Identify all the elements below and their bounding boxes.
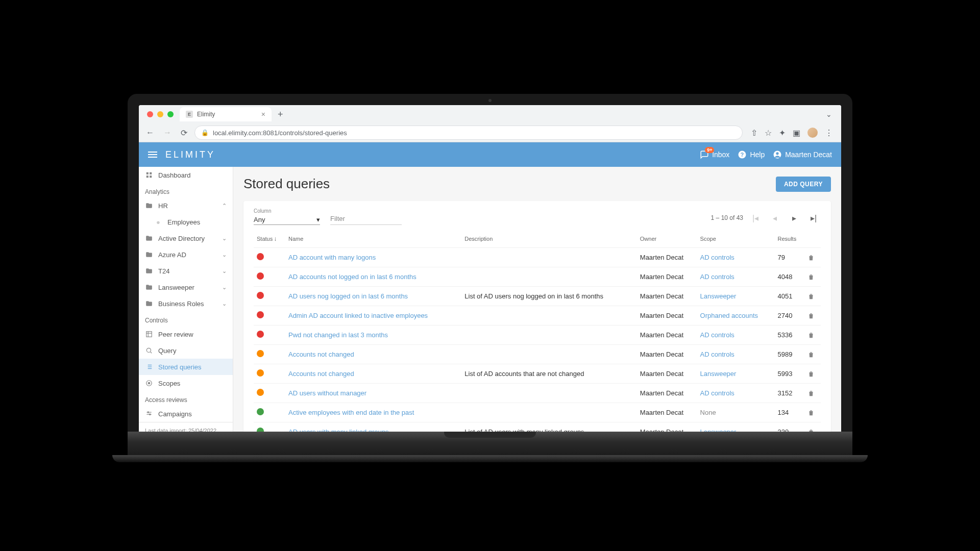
maximize-window-icon[interactable] bbox=[167, 111, 174, 117]
query-name-link[interactable]: AD users without manager bbox=[288, 389, 366, 397]
chevron-down-icon: ⌄ bbox=[222, 252, 227, 258]
delete-icon[interactable] bbox=[807, 332, 818, 339]
delete-icon[interactable] bbox=[807, 254, 818, 261]
chevron-down-icon: ⌄ bbox=[222, 300, 227, 307]
col-status[interactable]: Status↓ bbox=[254, 230, 285, 248]
last-page-button[interactable]: ▸| bbox=[806, 211, 821, 225]
table-row[interactable]: AD account with many logonsMaarten Decat… bbox=[254, 248, 821, 267]
scope-link[interactable]: Lansweeper bbox=[700, 428, 737, 432]
chevron-down-icon: ▾ bbox=[316, 216, 320, 223]
reload-button[interactable]: ⟳ bbox=[179, 128, 189, 138]
table-row[interactable]: AD users without managerMaarten DecatAD … bbox=[254, 384, 821, 403]
user-menu[interactable]: Maarten Decat bbox=[773, 150, 832, 159]
scope-link[interactable]: AD controls bbox=[700, 350, 734, 358]
first-page-button[interactable]: |◂ bbox=[748, 211, 763, 225]
col-name[interactable]: Name bbox=[285, 230, 461, 248]
sidebar-item-t24[interactable]: T24 ⌄ bbox=[139, 263, 233, 279]
sidebar-item-peer-review[interactable]: Peer review bbox=[139, 326, 233, 342]
col-owner[interactable]: Owner bbox=[637, 230, 697, 248]
browser-tab[interactable]: E Elimity × bbox=[180, 107, 272, 121]
delete-icon[interactable] bbox=[807, 370, 818, 378]
filter-input[interactable] bbox=[330, 213, 402, 225]
sidebar-item-scopes[interactable]: Scopes bbox=[139, 375, 233, 391]
query-owner: Maarten Decat bbox=[637, 306, 697, 325]
sidebar-item-dashboard[interactable]: Dashboard bbox=[139, 167, 233, 183]
tabs-dropdown-icon[interactable]: ⌄ bbox=[826, 110, 837, 118]
sort-down-icon: ↓ bbox=[274, 235, 277, 242]
bookmark-icon[interactable]: ☆ bbox=[765, 128, 772, 138]
query-owner: Maarten Decat bbox=[637, 267, 697, 287]
svg-point-11 bbox=[146, 348, 151, 352]
scope-link[interactable]: AD controls bbox=[700, 389, 734, 397]
app-header: ELIMITY 9+ Inbox ? Help bbox=[139, 142, 841, 167]
help-icon: ? bbox=[738, 150, 747, 159]
query-name-link[interactable]: AD users nog logged on in last 6 months bbox=[288, 292, 408, 300]
minimize-window-icon[interactable] bbox=[157, 111, 163, 117]
column-select[interactable]: Column Any ▾ bbox=[254, 208, 320, 225]
sidebar-item-query[interactable]: Query bbox=[139, 342, 233, 359]
query-name-link[interactable]: Accounts not changed bbox=[288, 350, 354, 358]
scope-link[interactable]: Orphaned accounts bbox=[700, 312, 758, 319]
delete-icon[interactable] bbox=[807, 312, 818, 319]
extensions-icon[interactable]: ✦ bbox=[779, 128, 786, 138]
sidebar-item-business-roles[interactable]: Business Roles ⌄ bbox=[139, 295, 233, 312]
share-icon[interactable]: ⇧ bbox=[751, 128, 757, 138]
query-name-link[interactable]: Admin AD account linked to inactive empl… bbox=[288, 312, 428, 319]
delete-icon[interactable] bbox=[807, 390, 818, 397]
col-scope[interactable]: Scope bbox=[697, 230, 775, 248]
sidebar-item-lansweeper[interactable]: Lansweeper ⌄ bbox=[139, 279, 233, 295]
help-button[interactable]: ? Help bbox=[738, 150, 765, 159]
query-results: 2740 bbox=[775, 306, 805, 325]
add-query-button[interactable]: ADD QUERY bbox=[776, 177, 831, 192]
table-row[interactable]: AD users nog logged on in last 6 monthsL… bbox=[254, 287, 821, 306]
table-row[interactable]: Accounts not changedList of AD accounts … bbox=[254, 364, 821, 384]
col-results[interactable]: Results bbox=[775, 230, 805, 248]
sidebar-item-active-directory[interactable]: Active Directory ⌄ bbox=[139, 230, 233, 246]
query-name-link[interactable]: AD accounts not logged on in last 6 mont… bbox=[288, 273, 416, 281]
scope-link[interactable]: AD controls bbox=[700, 273, 734, 281]
table-row[interactable]: Accounts not changedMaarten DecatAD cont… bbox=[254, 345, 821, 364]
panel-icon[interactable]: ▣ bbox=[793, 128, 800, 138]
menu-icon[interactable]: ⋮ bbox=[825, 128, 833, 138]
profile-avatar[interactable] bbox=[807, 128, 818, 138]
table-row[interactable]: Pwd not changed in last 3 monthsMaarten … bbox=[254, 325, 821, 345]
delete-icon[interactable] bbox=[807, 351, 818, 358]
sidebar-item-label: Business Roles bbox=[158, 300, 204, 308]
sidebar-item-azure-ad[interactable]: Azure AD ⌄ bbox=[139, 246, 233, 263]
query-name-link[interactable]: Accounts not changed bbox=[288, 370, 354, 378]
scope-link[interactable]: Lansweeper bbox=[700, 292, 737, 300]
menu-toggle-button[interactable] bbox=[148, 152, 157, 158]
scope-link[interactable]: Lansweeper bbox=[700, 370, 737, 378]
sidebar-item-stored-queries[interactable]: Stored queries bbox=[139, 359, 233, 375]
col-description[interactable]: Description bbox=[461, 230, 637, 248]
sidebar-item-hr[interactable]: HR ⌃ bbox=[139, 197, 233, 214]
table-row[interactable]: Admin AD account linked to inactive empl… bbox=[254, 306, 821, 325]
delete-icon[interactable] bbox=[807, 293, 818, 300]
sidebar-item-label: Active Directory bbox=[158, 235, 205, 242]
query-name-link[interactable]: Active employees with end date in the pa… bbox=[288, 409, 414, 416]
query-name-link[interactable]: AD users with many linked groups bbox=[288, 428, 389, 432]
table-row[interactable]: Active employees with end date in the pa… bbox=[254, 403, 821, 422]
column-value: Any bbox=[254, 216, 265, 223]
next-page-button[interactable]: ▸ bbox=[787, 211, 801, 225]
query-name-link[interactable]: AD account with many logons bbox=[288, 254, 376, 261]
forward-button[interactable]: → bbox=[161, 128, 174, 137]
close-tab-icon[interactable]: × bbox=[261, 110, 265, 118]
table-row[interactable]: AD users with many linked groupsList of … bbox=[254, 422, 821, 432]
delete-icon[interactable] bbox=[807, 273, 818, 281]
scope-link[interactable]: AD controls bbox=[700, 254, 734, 261]
prev-page-button[interactable]: ◂ bbox=[768, 211, 782, 225]
url-input[interactable]: 🔒 local.elimity.com:8081/controls/stored… bbox=[194, 126, 743, 140]
sidebar-item-employees[interactable]: ● Employees bbox=[139, 214, 233, 230]
delete-icon[interactable] bbox=[807, 409, 818, 416]
close-window-icon[interactable] bbox=[147, 111, 153, 117]
scope-link[interactable]: AD controls bbox=[700, 331, 734, 339]
query-name-link[interactable]: Pwd not changed in last 3 months bbox=[288, 331, 388, 339]
scope-none: None bbox=[700, 409, 716, 416]
sidebar-item-campaigns[interactable]: Campaigns bbox=[139, 406, 233, 422]
new-tab-button[interactable]: + bbox=[274, 109, 287, 120]
back-button[interactable]: ← bbox=[144, 128, 156, 137]
inbox-button[interactable]: 9+ Inbox bbox=[700, 150, 729, 159]
sidebar-footer: Last data import: 25/04/2022, 13:04 bbox=[139, 422, 233, 432]
table-row[interactable]: AD accounts not logged on in last 6 mont… bbox=[254, 267, 821, 287]
